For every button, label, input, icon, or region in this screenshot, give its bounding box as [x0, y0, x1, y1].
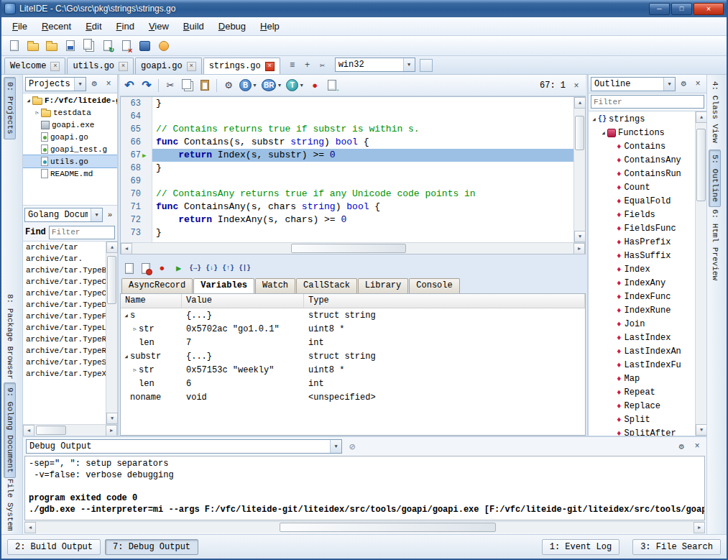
- debug-tab-callstack[interactable]: CallStack: [296, 278, 357, 293]
- table-row[interactable]: nonamevoid<unspecified>: [121, 390, 585, 404]
- table-row[interactable]: len6int: [121, 377, 585, 390]
- open-file-icon[interactable]: [24, 37, 41, 54]
- editor-vscrollbar[interactable]: ▲ ▼: [573, 97, 585, 242]
- tab-strings-go[interactable]: strings.go×: [203, 58, 280, 74]
- projects-view-combo[interactable]: Projects ▼: [25, 77, 86, 91]
- show-current-line-icon[interactable]: [121, 261, 137, 276]
- outline-item-lastindexan[interactable]: ♦LastIndexAn: [589, 344, 695, 358]
- outline-item-repeat[interactable]: ♦Repeat: [589, 385, 695, 399]
- minimize-button[interactable]: ─: [649, 3, 670, 15]
- outline-item-functions[interactable]: ◢Functions: [589, 126, 695, 139]
- godoc-list-item[interactable]: archive/tar.TypeBlc: [23, 265, 106, 276]
- redo-icon[interactable]: ↷: [139, 78, 155, 93]
- scroll-down-icon[interactable]: ▼: [574, 231, 586, 242]
- godoc-list-item[interactable]: archive/tar.TypeCh: [23, 276, 106, 288]
- line-number[interactable]: 68: [121, 162, 152, 175]
- clear-output-icon[interactable]: ⊘: [345, 439, 359, 454]
- tab-list-icon[interactable]: ≡: [286, 59, 299, 72]
- code-line[interactable]: }: [152, 97, 573, 110]
- close-file-icon[interactable]: [118, 37, 134, 54]
- outline-item-strings[interactable]: ◢{}strings: [589, 112, 695, 126]
- tree-expander-icon[interactable]: ◢: [590, 116, 598, 122]
- scroll-left-icon[interactable]: ◄: [121, 243, 132, 254]
- project-tree-item[interactable]: goapi.go: [23, 131, 117, 143]
- project-tree-item[interactable]: goapi_test.g: [23, 143, 117, 155]
- scroll-thumb[interactable]: [575, 116, 584, 150]
- line-number[interactable]: 72: [121, 214, 152, 226]
- side-tab-9-golang-document[interactable]: 9: Golang Document: [4, 382, 16, 478]
- table-row[interactable]: ▷str0x57153c "weekly"uint8 *: [121, 363, 585, 377]
- projects-gear-icon[interactable]: ⚙: [88, 78, 101, 91]
- code-line[interactable]: // Contains returns true if substr is wi…: [152, 123, 573, 136]
- step-into-icon[interactable]: {↓}: [204, 261, 219, 276]
- outline-item-replace[interactable]: ♦Replace: [589, 399, 695, 413]
- statusbar-3-file-search[interactable]: 3: File Search: [632, 539, 721, 555]
- column-header[interactable]: Type: [304, 294, 585, 308]
- tree-expander-icon[interactable]: ▷: [131, 367, 139, 373]
- run-to-line-icon[interactable]: {|}: [237, 261, 252, 276]
- copy-icon[interactable]: [180, 78, 195, 93]
- outline-item-index[interactable]: ♦Index: [589, 262, 695, 276]
- outline-item-hassuffix[interactable]: ♦HasSuffix: [589, 249, 695, 262]
- output-view-combo[interactable]: Debug Output ▼: [26, 439, 342, 454]
- outline-item-containsrun[interactable]: ♦ContainsRun: [589, 167, 695, 180]
- cut-icon[interactable]: ✂: [162, 78, 178, 93]
- code-line[interactable]: [152, 110, 573, 123]
- godoc-list-item[interactable]: archive/tar.TypeDir: [23, 299, 106, 311]
- table-row[interactable]: ◢s{...}struct string: [121, 308, 585, 322]
- build-run-button[interactable]: BR▼: [262, 79, 282, 91]
- toggle-breakpoint-icon[interactable]: [138, 261, 153, 276]
- scroll-down-icon[interactable]: ▼: [696, 424, 707, 436]
- code-line[interactable]: func Contains(s, substr string) bool {: [152, 136, 573, 149]
- tree-expander-icon[interactable]: ▷: [131, 326, 139, 332]
- export-icon[interactable]: [324, 78, 340, 93]
- outline-item-split[interactable]: ♦Split: [589, 413, 695, 426]
- tab-goapi-go[interactable]: goapi.go×: [135, 58, 202, 74]
- godoc-list-item[interactable]: archive/tar.TypeRe: [23, 345, 106, 357]
- line-number[interactable]: 64: [121, 110, 152, 123]
- project-tree-item[interactable]: README.md: [23, 167, 117, 180]
- split-editor-icon[interactable]: +: [301, 59, 314, 72]
- project-tree-item[interactable]: ▷testdata: [23, 106, 117, 119]
- statusbar-2-build-output[interactable]: 2: Build Output: [7, 539, 101, 555]
- output-close-icon[interactable]: ×: [691, 440, 704, 453]
- scroll-up-icon[interactable]: ▲: [574, 97, 586, 109]
- golang-document-combo[interactable]: Golang Document ▼: [24, 208, 103, 222]
- edit-options-icon[interactable]: [155, 37, 172, 54]
- output-text[interactable]: -sep=", ": setup separators -v=false: ve…: [24, 456, 705, 520]
- line-numbers[interactable]: 6364656667▶686970717273: [121, 97, 152, 242]
- line-number[interactable]: 66: [121, 136, 152, 149]
- build-button[interactable]: B▼: [239, 79, 257, 91]
- side-tab-8-package-browser[interactable]: 8: Package Browser: [4, 289, 16, 385]
- outline-item-indexrune[interactable]: ♦IndexRune: [589, 303, 695, 317]
- outline-item-indexany[interactable]: ♦IndexAny: [589, 276, 695, 290]
- line-number[interactable]: 65: [121, 123, 152, 136]
- outline-item-lastindexfu[interactable]: ♦LastIndexFu: [589, 358, 695, 372]
- menu-find[interactable]: Find: [110, 19, 141, 34]
- debug-tab-asyncrecord[interactable]: AsyncRecord: [121, 278, 193, 293]
- maximize-button[interactable]: □: [671, 3, 692, 15]
- save-file-icon[interactable]: [62, 37, 78, 54]
- output-hscrollbar[interactable]: ◄ ►: [24, 521, 705, 533]
- scroll-right-icon[interactable]: ►: [573, 243, 585, 254]
- outline-item-splitafter[interactable]: ♦SplitAfter: [589, 426, 695, 436]
- outline-item-indexfunc[interactable]: ♦IndexFunc: [589, 290, 695, 303]
- menu-debug[interactable]: Debug: [212, 19, 252, 34]
- line-number[interactable]: 63: [121, 97, 152, 110]
- godoc-list-item[interactable]: archive/tar.TypeRe: [23, 334, 106, 345]
- output-gear-icon[interactable]: ⚙: [675, 440, 688, 453]
- titlebar[interactable]: LiteIDE - C:\Go\src\pkg\strings\strings.…: [1, 0, 727, 17]
- scroll-up-icon[interactable]: ▲: [696, 111, 707, 123]
- code-editor[interactable]: 6364656667▶686970717273 }// Contains ret…: [120, 96, 586, 254]
- outline-filter-input[interactable]: [591, 95, 704, 109]
- statusbar-7-debug-output[interactable]: 7: Debug Output: [105, 539, 198, 555]
- code-line[interactable]: [152, 175, 573, 188]
- menu-view[interactable]: View: [142, 19, 175, 34]
- tab-close-icon[interactable]: ×: [187, 62, 196, 71]
- godoc-list-item[interactable]: archive/tar.TypeLin: [23, 322, 106, 334]
- column-header[interactable]: Name: [121, 294, 182, 308]
- menu-edit[interactable]: Edit: [79, 19, 108, 34]
- column-header[interactable]: Value: [182, 294, 304, 308]
- tab-close-icon[interactable]: ×: [50, 62, 60, 71]
- scroll-thumb[interactable]: [107, 256, 116, 304]
